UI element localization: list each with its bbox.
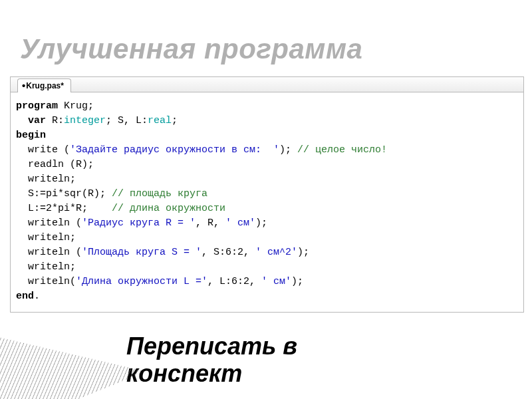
comment: // площадь круга bbox=[112, 188, 207, 200]
string-literal: 'Длина окружности L =' bbox=[76, 276, 207, 287]
string-literal: 'Задайте радиус окружности в см: ' bbox=[70, 144, 279, 156]
code-text: , L:6:2, bbox=[207, 276, 261, 287]
code-text: writeln; bbox=[16, 174, 76, 185]
code-editor-window: • Krug.pas* program Krug; var R:integer;… bbox=[10, 76, 524, 313]
kw-begin: begin bbox=[16, 130, 46, 141]
kw-program: program bbox=[16, 100, 58, 112]
code-text: Krug; bbox=[58, 100, 94, 112]
caption-line: Переписать в bbox=[126, 332, 297, 360]
code-area: program Krug; var R:integer; S, L:real; … bbox=[11, 92, 523, 312]
code-text: writeln ( bbox=[16, 217, 82, 229]
file-tab-label: Krug.pas* bbox=[26, 81, 64, 90]
code-text: readln (R); bbox=[16, 159, 94, 170]
string-literal: 'Радиус круга R = ' bbox=[82, 217, 196, 229]
code-text: R: bbox=[46, 115, 64, 126]
kw-var: var bbox=[16, 115, 46, 126]
code-text: writeln; bbox=[16, 232, 76, 243]
code-text: writeln ( bbox=[16, 247, 82, 258]
code-text: write ( bbox=[16, 144, 70, 156]
code-text: ); bbox=[255, 217, 267, 229]
code-text: writeln; bbox=[16, 261, 76, 273]
string-literal: ' см' bbox=[261, 276, 291, 287]
modified-dot-icon: • bbox=[22, 82, 25, 90]
code-text: ); bbox=[279, 144, 297, 156]
comment: // целое число! bbox=[297, 144, 387, 156]
code-text: L:=2*pi*R; bbox=[16, 203, 112, 214]
code-text: . bbox=[34, 291, 40, 302]
string-literal: ' см^2' bbox=[255, 247, 297, 258]
slide-caption: Переписать в конспект bbox=[126, 332, 505, 388]
string-literal: ' см' bbox=[225, 217, 255, 229]
string-literal: 'Площадь круга S = ' bbox=[82, 247, 201, 258]
file-tab[interactable]: • Krug.pas* bbox=[17, 78, 71, 92]
tab-bar: • Krug.pas* bbox=[11, 77, 523, 92]
code-text: ); bbox=[297, 247, 309, 258]
kw-end: end bbox=[16, 291, 34, 302]
code-text: ); bbox=[291, 276, 303, 287]
type-real: real bbox=[148, 115, 172, 126]
code-text: , R, bbox=[196, 217, 225, 229]
code-text: S:=pi*sqr(R); bbox=[16, 188, 112, 200]
code-text: writeln( bbox=[16, 276, 76, 287]
code-text: ; S, L: bbox=[106, 115, 148, 126]
comment: // длина окружности bbox=[112, 203, 225, 214]
caption-line: конспект bbox=[126, 360, 242, 387]
code-text: ; bbox=[172, 115, 178, 126]
slide-title: Улучшенная программа bbox=[20, 33, 362, 65]
type-integer: integer bbox=[64, 115, 106, 126]
code-text: , S:6:2, bbox=[201, 247, 255, 258]
